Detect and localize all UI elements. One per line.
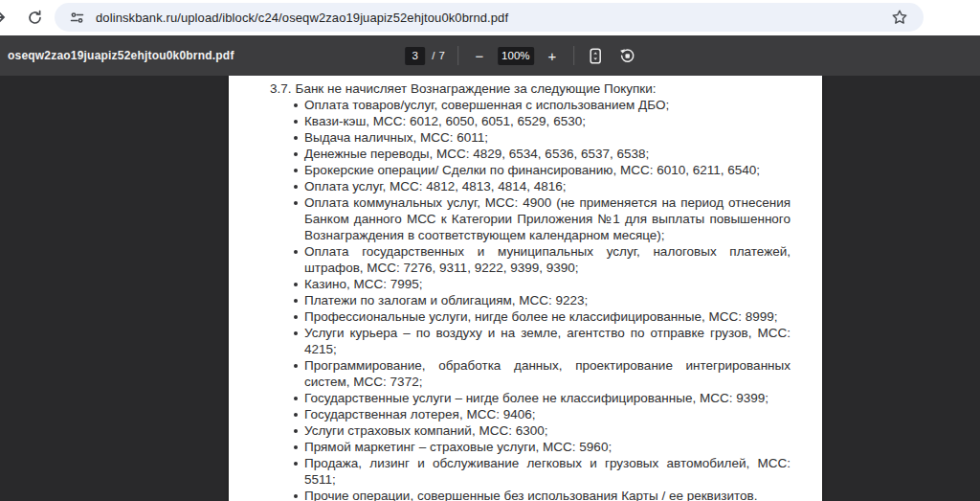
browser-toolbar: dolinskbank.ru/upload/iblock/c24/oseqw2z… [0, 0, 980, 35]
pdf-viewer-area[interactable]: 3.7.Банк не начисляет Вознаграждение за … [0, 76, 980, 501]
section-number: 3.7. [270, 81, 292, 96]
toolbar-separator [457, 46, 458, 65]
list-item: Продажа, лизинг и обслуживание легковых … [270, 455, 791, 488]
list-item: Оплата услуг, MCC: 4812, 4813, 4814, 481… [270, 178, 791, 194]
page-number-input[interactable]: 3 [405, 47, 425, 65]
bullet-icon [294, 201, 298, 205]
toolbar-separator [573, 46, 574, 65]
list-item: Оплата товаров/услуг, совершенная с испо… [270, 97, 791, 113]
bullet-icon [294, 185, 298, 189]
list-item: Услуги страховых компаний, MCC: 6300; [270, 422, 791, 439]
bookmark-star-icon[interactable] [891, 9, 908, 26]
list-item: Оплата коммунальных услуг, MCC: 4900 (не… [270, 194, 791, 243]
forward-icon[interactable] [0, 7, 9, 28]
bullet-icon [294, 299, 298, 303]
pdf-controls: 3 / 7 − 100% + [405, 35, 636, 76]
pdf-filename: oseqw2zao19juapiz52ehjtou0k0brnd.pdf [8, 49, 234, 62]
list-item: Оплата государственных и муниципальных у… [270, 243, 791, 276]
section-title: Банк не начисляет Вознаграждение за след… [296, 81, 657, 96]
list-item: Прочие операции, совершенные без использ… [270, 488, 791, 501]
bullet-icon [294, 462, 298, 466]
list-item: Услуги курьера – по воздуху и на земле, … [270, 325, 791, 357]
url-text: dolinskbank.ru/upload/iblock/c24/oseqw2z… [96, 11, 508, 25]
zoom-in-button[interactable]: + [544, 48, 561, 64]
address-bar[interactable]: dolinskbank.ru/upload/iblock/c24/oseqw2z… [55, 3, 924, 32]
pdf-page: 3.7.Банк не начисляет Вознаграждение за … [229, 76, 822, 501]
list-item: Денежные переводы, MCC: 4829, 6534, 6536… [270, 146, 791, 162]
bullet-icon [294, 120, 298, 124]
bullet-list: Оплата товаров/услуг, совершенная с испо… [270, 97, 791, 501]
zoom-level-input[interactable]: 100% [498, 47, 534, 65]
bullet-icon [294, 283, 298, 286]
bullet-icon [294, 429, 298, 433]
page-count: 7 [438, 50, 444, 61]
bullet-icon [294, 103, 298, 107]
list-item: Брокерские операции/ Сделки по финансиро… [270, 162, 791, 178]
list-item: Государственные услуги – нигде более не … [270, 390, 791, 406]
document-text: 3.7.Банк не начисляет Вознаграждение за … [270, 80, 791, 501]
list-item: Выдача наличных, MCC: 6011; [270, 129, 791, 146]
reload-icon[interactable] [24, 7, 45, 28]
page-divider: / [432, 50, 434, 61]
bullet-icon [294, 136, 298, 140]
list-item: Профессиональные услуги, нигде более не … [270, 308, 791, 325]
bullet-icon [294, 445, 298, 449]
list-item: Квази-кэш, MCC: 6012, 6050, 6051, 6529, … [270, 113, 791, 129]
section-heading: 3.7.Банк не начисляет Вознаграждение за … [270, 80, 791, 97]
list-item: Казино, MCC: 7995; [270, 276, 791, 292]
pdf-toolbar: oseqw2zao19juapiz52ehjtou0k0brnd.pdf 3 /… [0, 35, 980, 76]
bullet-icon [294, 250, 298, 254]
list-item: Программирование, обработка данных, прое… [270, 357, 791, 390]
list-item: Платежи по залогам и облигациям, MCC: 92… [270, 292, 791, 308]
fit-to-page-icon[interactable] [587, 47, 604, 64]
bullet-icon [294, 364, 298, 368]
zoom-out-button[interactable]: − [471, 48, 488, 64]
list-item: Прямой маркетинг – страховые услуги, MCC… [270, 439, 791, 455]
bullet-icon [294, 169, 298, 172]
bullet-icon [294, 413, 298, 417]
bullet-icon [294, 331, 298, 335]
bullet-icon [294, 315, 298, 319]
bullet-icon [294, 397, 298, 400]
list-item: Государственная лотерея, MCC: 9406; [270, 406, 791, 422]
rotate-icon[interactable] [619, 47, 636, 64]
bullet-icon [294, 494, 298, 498]
site-info-icon[interactable] [70, 11, 84, 25]
bullet-icon [294, 152, 298, 156]
